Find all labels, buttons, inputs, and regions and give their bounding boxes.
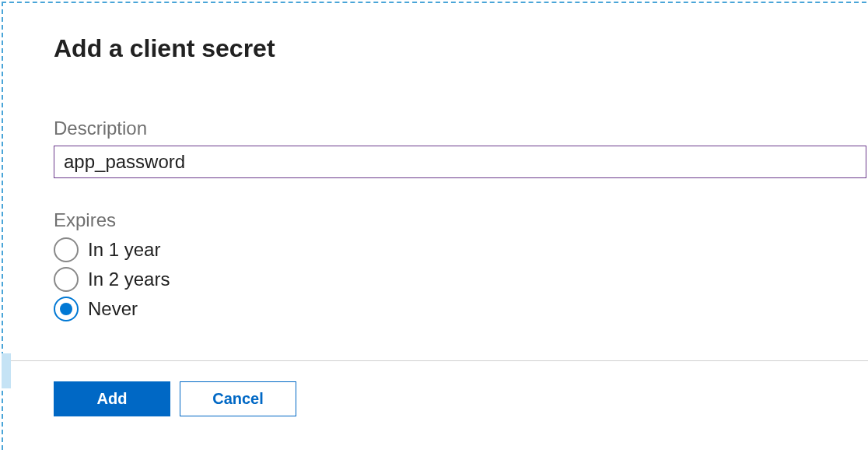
- radio-option-never[interactable]: Never: [54, 297, 866, 321]
- radio-circle-icon: [54, 267, 79, 292]
- add-button[interactable]: Add: [54, 381, 170, 416]
- selection-accent: [2, 353, 11, 388]
- description-label: Description: [54, 118, 866, 139]
- radio-option-1-year[interactable]: In 1 year: [54, 237, 866, 262]
- radio-label: In 1 year: [88, 239, 160, 261]
- expires-radio-group: In 1 year In 2 years Never: [54, 237, 866, 321]
- radio-label: In 2 years: [88, 269, 170, 290]
- panel-title: Add a client secret: [54, 34, 866, 63]
- radio-circle-icon: [54, 297, 79, 321]
- cancel-button[interactable]: Cancel: [180, 381, 296, 416]
- expires-label: Expires: [54, 209, 866, 231]
- radio-circle-icon: [54, 237, 79, 262]
- radio-label: Never: [88, 298, 138, 320]
- radio-option-2-years[interactable]: In 2 years: [54, 267, 866, 292]
- divider: [3, 360, 868, 361]
- description-input[interactable]: [54, 146, 866, 178]
